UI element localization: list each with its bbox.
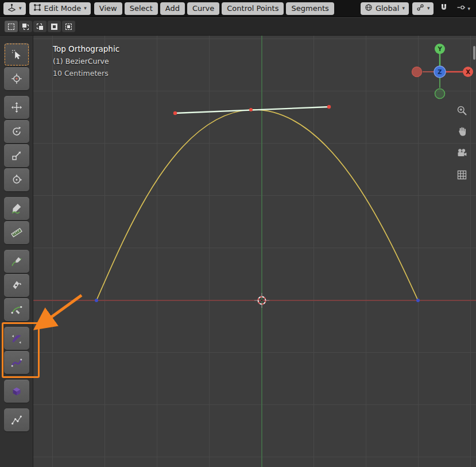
select-mode-set-button[interactable]	[5, 21, 18, 32]
editor-type-dropdown[interactable]: ▾	[3, 2, 26, 15]
mode-dropdown-label: Edit Mode	[44, 4, 82, 13]
randomize-icon	[10, 414, 23, 426]
tool-move-button[interactable]	[4, 96, 29, 119]
zoom-button[interactable]	[454, 104, 469, 119]
blender-window: ▾ Edit Mode ▾ View Select Add Curve Cont…	[0, 0, 476, 467]
select-mode-subtract-button[interactable]	[33, 21, 47, 32]
select-mode-extend-button[interactable]	[19, 21, 32, 32]
tool-radius-button[interactable]	[4, 351, 29, 374]
menu-curve[interactable]: Curve	[187, 2, 219, 15]
cursor-icon	[10, 72, 23, 85]
chevron-down-icon: ▾	[402, 6, 405, 11]
tool-randomize-button[interactable]	[4, 408, 29, 431]
left-toolbar	[0, 36, 33, 467]
pen-icon	[10, 279, 23, 292]
snap-toggle-button[interactable]	[437, 2, 451, 15]
handle-point-right[interactable]	[327, 105, 331, 109]
grid-overlay-icon	[456, 169, 468, 183]
orientation-label: Global	[376, 4, 399, 13]
transform-icon	[10, 173, 23, 186]
scale-icon	[10, 149, 23, 162]
select-mode-intersect-icon	[65, 24, 72, 30]
chevron-down-icon: ▾	[19, 6, 22, 11]
select-mode-intersect-button[interactable]	[62, 21, 75, 32]
tool-annotate-button[interactable]	[4, 197, 29, 220]
tool-transform-button[interactable]	[4, 168, 29, 191]
rotate-icon	[10, 125, 23, 138]
edit-mode-icon	[33, 3, 41, 13]
select-mode-group	[5, 21, 75, 32]
chevron-down-icon: ▾	[467, 6, 470, 11]
grid-overlay-button[interactable]	[454, 168, 469, 183]
pivot-point-dropdown[interactable]: ▾	[412, 2, 434, 15]
chevron-down-icon: ▾	[427, 6, 430, 11]
tool-measure-button[interactable]	[4, 221, 29, 244]
menu-select[interactable]: Select	[125, 2, 158, 15]
select-mode-extend-icon	[22, 24, 29, 30]
editor-type-icon	[7, 3, 16, 14]
mode-dropdown[interactable]: Edit Mode ▾	[29, 2, 91, 15]
move-icon	[10, 101, 23, 114]
tool-tilt-button[interactable]	[4, 327, 29, 350]
tool-draw-button[interactable]	[4, 250, 29, 273]
pivot-point-icon	[416, 3, 424, 13]
orientation-dropdown[interactable]: Global ▾	[361, 2, 409, 15]
gizmo-axis-y-negative[interactable]	[435, 89, 445, 99]
svg-text:X: X	[466, 69, 470, 75]
viewport-scrollbar[interactable]	[473, 46, 475, 60]
orientation-globe-icon	[365, 3, 373, 13]
pan-hand-icon	[456, 125, 468, 139]
select-mode-subtract-icon	[37, 24, 43, 30]
menu-add[interactable]: Add	[160, 2, 185, 15]
measure-icon	[10, 226, 23, 239]
radius-icon	[10, 356, 23, 369]
select-mode-invert-icon	[51, 24, 57, 30]
menu-bar: View Select Add Curve Control Points Seg…	[94, 2, 334, 15]
select-box-icon	[10, 48, 23, 61]
viewport-3d[interactable]: Top Orthographic (1) BezierCurve 10 Cent…	[0, 36, 476, 467]
control-point-center[interactable]	[249, 108, 253, 111]
navigation-gizmo[interactable]: Y X Z	[407, 40, 474, 105]
snap-target-icon	[456, 3, 466, 14]
viewport-header: ▾ Edit Mode ▾ View Select Add Curve Cont…	[0, 0, 476, 17]
tool-pen-button[interactable]	[4, 274, 29, 297]
viewport-canvas[interactable]	[0, 36, 476, 467]
snap-magnet-icon	[439, 3, 448, 14]
pan-button[interactable]	[454, 125, 469, 140]
tool-scale-button[interactable]	[4, 144, 29, 167]
menu-segments[interactable]: Segments	[286, 2, 334, 15]
camera-view-icon	[456, 147, 468, 161]
camera-view-button[interactable]	[454, 146, 469, 161]
menu-view[interactable]: View	[94, 2, 122, 15]
tool-curve-pen-button[interactable]	[4, 298, 29, 321]
tool-select-box-button[interactable]	[4, 43, 29, 66]
annotate-icon	[10, 202, 23, 215]
chevron-down-icon: ▾	[84, 6, 87, 11]
handle-point-left[interactable]	[173, 111, 177, 115]
tool-extrude-button[interactable]	[4, 380, 29, 403]
snap-settings-dropdown[interactable]: ▾	[454, 2, 473, 15]
gizmo-axis-z[interactable]: Z	[434, 66, 446, 78]
tool-settings-bar	[0, 18, 476, 36]
gizmo-axis-x-negative[interactable]	[412, 67, 422, 77]
extrude-icon	[10, 385, 23, 397]
draw-icon	[10, 255, 23, 268]
select-mode-set-icon	[8, 24, 14, 30]
svg-text:Y: Y	[437, 46, 442, 52]
grid-floor	[0, 36, 476, 467]
tilt-icon	[10, 332, 23, 345]
select-mode-invert-button[interactable]	[48, 21, 61, 32]
gizmo-axis-x[interactable]: X	[463, 67, 473, 77]
tool-rotate-button[interactable]	[4, 120, 29, 143]
svg-text:Z: Z	[438, 69, 442, 75]
gizmo-axis-y[interactable]: Y	[435, 44, 445, 54]
tool-cursor-button[interactable]	[4, 67, 29, 90]
curve-pen-icon	[10, 303, 23, 316]
anchor-point-left[interactable]	[95, 299, 98, 302]
anchor-point-right[interactable]	[416, 299, 420, 302]
menu-control-points[interactable]: Control Points	[222, 2, 284, 15]
zoom-icon	[456, 105, 468, 118]
